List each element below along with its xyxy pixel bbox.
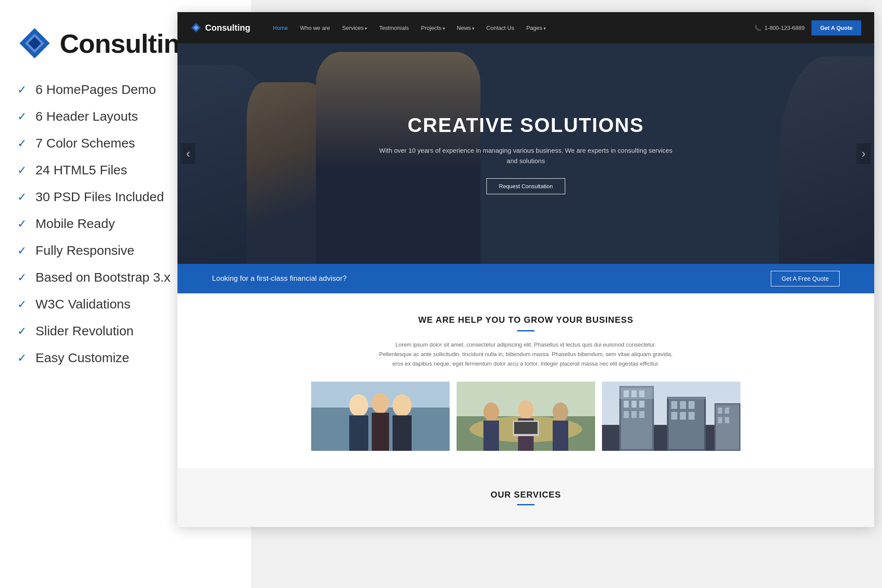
svg-point-7	[349, 394, 368, 417]
svg-rect-34	[624, 411, 629, 418]
check-icon: ✓	[17, 83, 27, 96]
nav-contact-us[interactable]: Contact Us	[481, 22, 519, 34]
svg-rect-12	[393, 415, 412, 451]
svg-rect-40	[680, 401, 686, 409]
check-icon: ✓	[17, 164, 27, 177]
site-logo: Consulting	[190, 22, 250, 33]
check-icon: ✓	[17, 217, 27, 231]
svg-point-11	[393, 394, 412, 417]
svg-rect-36	[639, 411, 644, 418]
svg-rect-31	[624, 401, 629, 408]
svg-rect-48	[725, 408, 729, 414]
check-icon: ✓	[17, 110, 27, 123]
check-icon: ✓	[17, 298, 27, 311]
grow-section-title: WE ARE HELP YOU TO GROW YOUR BUSINESS	[212, 315, 840, 325]
check-icon: ✓	[17, 244, 27, 257]
svg-point-9	[372, 393, 389, 414]
svg-rect-47	[718, 408, 722, 414]
svg-rect-44	[689, 412, 695, 420]
header-phone: 📞 1-800-123-6889	[754, 25, 805, 31]
get-quote-button[interactable]: Get A Quote	[811, 20, 861, 35]
hero-title: CREATIVE SOLUTIONS	[374, 113, 677, 137]
nav-testimonials[interactable]: Testmonials	[374, 22, 414, 34]
check-icon: ✓	[17, 271, 27, 284]
brand-name: Consulting	[60, 28, 196, 59]
site-header: Consulting Home Who we are Services Test…	[177, 12, 874, 43]
diamond-logo-icon	[17, 26, 52, 61]
svg-rect-35	[631, 411, 637, 418]
nav-who-we-are[interactable]: Who we are	[295, 22, 335, 34]
svg-rect-43	[680, 412, 686, 420]
banner-text: Looking for a first-class financial advi…	[212, 274, 347, 283]
services-divider	[517, 504, 534, 505]
services-title: OUR SERVICES	[212, 490, 840, 500]
svg-rect-41	[689, 401, 695, 409]
svg-point-18	[518, 400, 534, 419]
team-image	[311, 382, 450, 451]
services-section: OUR SERVICES	[177, 468, 874, 527]
svg-point-16	[483, 402, 499, 421]
hero-subtitle: With over 10 years of experience in mana…	[374, 145, 677, 166]
svg-rect-23	[514, 422, 538, 434]
svg-rect-32	[631, 401, 637, 408]
svg-rect-17	[483, 421, 499, 451]
check-icon: ✓	[17, 137, 27, 150]
svg-rect-50	[725, 417, 729, 423]
svg-rect-42	[671, 412, 677, 420]
grow-section-desc: Lorem ipsum dolor sit amet, consectetur …	[379, 340, 673, 369]
hero-cta-button[interactable]: Request Consultation	[486, 178, 565, 194]
team-svg	[311, 382, 450, 451]
svg-rect-49	[718, 417, 722, 423]
hero-content: CREATIVE SOLUTIONS With over 10 years of…	[374, 113, 677, 194]
meeting-image	[457, 382, 595, 451]
meeting-svg	[457, 382, 595, 451]
nav-projects[interactable]: Projects	[416, 22, 450, 34]
nav-news[interactable]: News	[452, 22, 480, 34]
check-icon: ✓	[17, 325, 27, 338]
svg-rect-39	[671, 401, 677, 409]
free-quote-button[interactable]: Get A Free Quote	[771, 271, 840, 286]
svg-rect-10	[372, 413, 389, 451]
website-preview: Consulting Home Who we are Services Test…	[177, 12, 874, 527]
building-svg	[602, 382, 740, 451]
nav-home[interactable]: Home	[267, 22, 293, 34]
site-nav: Home Who we are Services Testmonials Pro…	[267, 22, 754, 34]
nav-services[interactable]: Services	[337, 22, 373, 34]
svg-rect-51	[602, 382, 740, 399]
svg-rect-8	[349, 415, 368, 451]
carousel-prev-button[interactable]: ‹	[181, 143, 195, 164]
blue-banner: Looking for a first-class financial advi…	[177, 264, 874, 293]
site-logo-text: Consulting	[205, 23, 250, 33]
building-image	[602, 382, 740, 451]
check-icon: ✓	[17, 351, 27, 365]
svg-point-20	[553, 402, 568, 421]
nav-pages[interactable]: Pages	[521, 22, 551, 34]
section-divider	[517, 330, 534, 331]
svg-rect-21	[553, 421, 568, 451]
site-logo-icon	[190, 22, 202, 33]
hero-section: CREATIVE SOLUTIONS With over 10 years of…	[177, 43, 874, 264]
grow-section: WE ARE HELP YOU TO GROW YOUR BUSINESS Lo…	[177, 293, 874, 468]
check-icon: ✓	[17, 190, 27, 204]
image-grid	[212, 382, 840, 451]
phone-icon: 📞	[754, 25, 761, 31]
svg-rect-33	[639, 401, 644, 408]
carousel-next-button[interactable]: ›	[856, 143, 871, 164]
